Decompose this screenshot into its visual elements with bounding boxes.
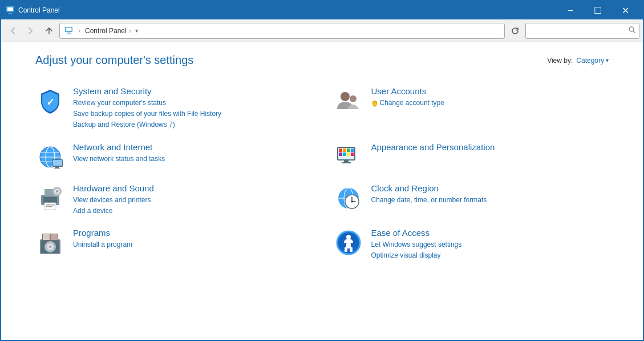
svg-rect-3 <box>7 14 13 14</box>
minimize-button[interactable]: – <box>557 1 584 19</box>
svg-rect-62 <box>345 247 347 252</box>
up-button[interactable] <box>41 23 57 39</box>
svg-rect-20 <box>55 167 59 168</box>
svg-rect-32 <box>344 161 349 162</box>
up-icon <box>46 27 52 34</box>
back-button[interactable] <box>5 23 21 39</box>
svg-point-54 <box>49 246 51 248</box>
svg-text:✓: ✓ <box>46 97 55 108</box>
svg-rect-28 <box>339 153 342 156</box>
address-path: › Control Panel › ▾ <box>59 23 505 39</box>
svg-rect-25 <box>343 149 346 152</box>
network-internet-title[interactable]: Network and Internet <box>73 142 311 152</box>
change-account-type-link[interactable]: Change account type <box>371 98 609 109</box>
appearance-title[interactable]: Appearance and Personalization <box>371 142 609 152</box>
search-icon <box>629 26 635 35</box>
programs-title[interactable]: Programs <box>73 228 311 238</box>
category-ease-of-access: Ease of Access Let Windows suggest setti… <box>334 222 609 267</box>
change-account-type-text: Change account type <box>380 98 444 109</box>
hardware-sound-text: Hardware and Sound View devices and prin… <box>73 183 311 216</box>
svg-rect-26 <box>347 149 350 152</box>
view-by-dropdown[interactable]: Category ▾ <box>576 57 609 65</box>
view-by-label: View by: <box>547 57 573 65</box>
svg-point-42 <box>56 190 58 192</box>
hardware-sound-link-1[interactable]: View devices and printers <box>73 195 311 206</box>
title-bar-left: Control Panel <box>6 6 60 15</box>
clock-region-text: Clock and Region Change date, time, or n… <box>371 183 609 206</box>
svg-rect-31 <box>351 153 354 156</box>
title-bar-controls: – ☐ ✕ <box>557 1 638 19</box>
main-content: Adjust your computer's settings View by:… <box>1 42 643 341</box>
svg-rect-35 <box>43 197 57 203</box>
svg-rect-58 <box>51 234 58 240</box>
hardware-sound-icon <box>35 183 65 213</box>
address-path-item: Control Panel <box>85 27 127 35</box>
refresh-icon <box>511 27 519 35</box>
ease-of-access-title[interactable]: Ease of Access <box>371 228 609 238</box>
hardware-sound-title[interactable]: Hardware and Sound <box>73 183 311 193</box>
svg-point-60 <box>346 235 351 239</box>
svg-point-11 <box>341 92 350 101</box>
category-network-internet: Network and Internet View network status… <box>35 137 311 178</box>
programs-link-1[interactable]: Uninstall a program <box>73 239 311 250</box>
address-bar-icon <box>64 26 74 35</box>
maximize-button[interactable]: ☐ <box>585 1 611 19</box>
view-by-value-text: Category <box>576 57 604 65</box>
programs-icon <box>35 228 65 258</box>
appearance-text: Appearance and Personalization <box>371 142 609 154</box>
ease-of-access-text: Ease of Access Let Windows suggest setti… <box>371 228 609 261</box>
svg-rect-38 <box>46 204 55 206</box>
category-hardware-sound: Hardware and Sound View devices and prin… <box>35 178 311 222</box>
network-internet-link-1[interactable]: View network status and tasks <box>73 154 311 165</box>
close-button[interactable]: ✕ <box>612 1 638 19</box>
hardware-sound-link-2[interactable]: Add a device <box>73 206 311 216</box>
clock-region-title[interactable]: Clock and Region <box>371 183 609 193</box>
network-internet-icon <box>35 142 65 172</box>
svg-rect-57 <box>43 234 50 240</box>
svg-rect-7 <box>66 34 72 34</box>
category-system-security: ✓ System and Security Review your comput… <box>35 81 311 137</box>
title-bar: Control Panel – ☐ ✕ <box>1 1 643 19</box>
svg-rect-2 <box>9 13 12 14</box>
clock-region-link-1[interactable]: Change date, time, or number formats <box>371 195 609 206</box>
title-bar-app-icon <box>6 6 15 15</box>
svg-rect-33 <box>342 162 351 163</box>
search-input[interactable] <box>529 27 629 35</box>
forward-icon <box>28 27 34 35</box>
system-security-link-3[interactable]: Backup and Restore (Windows 7) <box>73 119 311 130</box>
svg-rect-5 <box>66 27 72 31</box>
ease-of-access-icon <box>334 228 363 258</box>
address-separator-2: › <box>129 27 131 35</box>
svg-point-12 <box>350 95 357 102</box>
page-title: Adjust your computer's settings <box>35 54 193 67</box>
clock-region-icon <box>334 183 363 213</box>
programs-text: Programs Uninstall a program <box>73 228 311 250</box>
view-by-chevron-icon: ▾ <box>606 57 609 63</box>
back-icon <box>10 27 15 35</box>
address-dropdown-button[interactable]: ▾ <box>133 27 140 34</box>
svg-line-9 <box>633 31 635 33</box>
category-clock-region: Clock and Region Change date, time, or n… <box>334 178 609 222</box>
ease-of-access-link-1[interactable]: Let Windows suggest settings <box>371 239 609 250</box>
svg-rect-63 <box>350 247 353 252</box>
shield-icon <box>371 100 378 107</box>
user-accounts-text: User Accounts Change account type <box>371 86 609 109</box>
title-bar-title: Control Panel <box>18 6 60 14</box>
svg-rect-30 <box>347 153 350 156</box>
system-security-link-1[interactable]: Review your computer's status <box>73 98 311 109</box>
svg-rect-6 <box>67 33 71 34</box>
system-security-link-2[interactable]: Save backup copies of your files with Fi… <box>73 109 311 119</box>
address-separator: › <box>78 27 80 35</box>
system-security-icon: ✓ <box>35 86 65 116</box>
refresh-button[interactable] <box>507 23 523 39</box>
svg-rect-24 <box>339 149 342 152</box>
header-row: Adjust your computer's settings View by:… <box>35 54 609 67</box>
system-security-title[interactable]: System and Security <box>73 86 311 96</box>
categories-grid: ✓ System and Security Review your comput… <box>35 81 609 267</box>
address-bar: › Control Panel › ▾ <box>1 19 643 42</box>
forward-button[interactable] <box>23 23 39 39</box>
search-box <box>525 23 639 39</box>
ease-of-access-link-2[interactable]: Optimize visual display <box>371 250 609 261</box>
svg-rect-27 <box>351 149 354 152</box>
user-accounts-title[interactable]: User Accounts <box>371 86 609 96</box>
